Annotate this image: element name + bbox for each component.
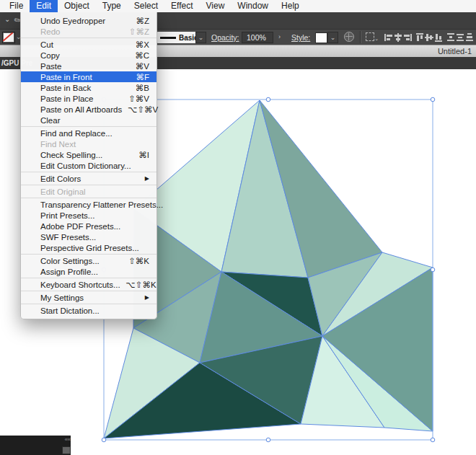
menu-item-adobe-pdf-presets[interactable]: Adobe PDF Presets... <box>21 221 157 231</box>
selection-handle[interactable] <box>431 97 435 102</box>
menu-separator <box>21 304 157 304</box>
align-v-center-icon[interactable] <box>425 33 433 42</box>
distribute-top-icon[interactable] <box>446 33 455 42</box>
menu-item-label: Perspective Grid Presets... <box>40 244 149 252</box>
menubar-item-window[interactable]: Window <box>231 0 275 12</box>
panel-grip[interactable] <box>62 446 71 454</box>
document-setup-globe-icon[interactable] <box>344 32 354 42</box>
menu-item-my-settings[interactable]: My Settings▶ <box>21 292 157 303</box>
brush-dropdown-chevron-icon[interactable]: ⌄ <box>195 32 206 43</box>
menu-item-perspective-grid-presets[interactable]: Perspective Grid Presets... <box>21 242 157 253</box>
menu-item-keyboard-shortcuts[interactable]: Keyboard Shortcuts...⌥⇧⌘K <box>21 279 157 290</box>
menu-item-paste[interactable]: Paste⌘V <box>21 61 157 71</box>
align-bottom-icon[interactable] <box>434 33 443 42</box>
distribute-v-center-icon[interactable] <box>456 33 464 42</box>
align-top-icon[interactable] <box>415 33 424 42</box>
menu-item-shortcut: ⌥⇧⌘V <box>128 105 158 115</box>
menu-item-label: Find and Replace... <box>40 129 149 138</box>
menu-item-label: Paste in Front <box>40 73 130 81</box>
menubar-item-select[interactable]: Select <box>128 0 164 12</box>
edit-menu-dropdown: Undo Eyedropper⌘ZRedo⇧⌘ZCut⌘XCopy⌘CPaste… <box>20 12 157 319</box>
selection-handle[interactable] <box>431 268 435 272</box>
menu-item-shortcut: ⌘C <box>135 50 149 61</box>
menu-item-print-presets[interactable]: Print Presets... <box>21 210 157 221</box>
menubar-item-view[interactable]: View <box>200 0 232 12</box>
document-title: Untitled-1 <box>438 47 472 56</box>
menu-bar: FileEditObjectTypeSelectEffectViewWindow… <box>0 0 476 12</box>
menu-item-label: Transparency Flattener Presets... <box>40 200 163 209</box>
style-chevron-icon[interactable]: ⌄ <box>327 32 338 43</box>
menu-item-swf-presets[interactable]: SWF Presets... <box>21 231 157 242</box>
menubar-item-type[interactable]: Type <box>96 0 128 12</box>
menu-item-redo: Redo⇧⌘Z <box>21 26 157 37</box>
menu-item-label: Copy <box>40 51 129 60</box>
align-right-icon[interactable] <box>403 33 412 42</box>
menu-item-transparency-flattener-presets[interactable]: Transparency Flattener Presets... <box>21 199 157 210</box>
opacity-field[interactable]: 100% <box>242 32 273 43</box>
align-left-icon[interactable] <box>384 33 393 42</box>
menu-separator <box>21 254 157 255</box>
menu-item-edit-custom-dictionary[interactable]: Edit Custom Dictionary... <box>21 160 157 171</box>
menubar-item-file[interactable]: File <box>3 0 30 12</box>
opacity-label[interactable]: Opacity: <box>211 33 239 42</box>
selection-handle[interactable] <box>266 438 270 442</box>
menu-item-shortcut: ⌘F <box>136 72 149 82</box>
menu-item-paste-in-back[interactable]: Paste in Back⌘B <box>21 82 157 93</box>
menu-item-label: Undo Eyedropper <box>40 17 130 25</box>
menu-item-paste-on-all-artboards[interactable]: Paste on All Artboards⌥⇧⌘V <box>21 104 157 115</box>
menu-item-find-and-replace[interactable]: Find and Replace... <box>21 128 157 138</box>
fill-none-swatch[interactable] <box>2 32 15 43</box>
menu-item-edit-colors[interactable]: Edit Colors▶ <box>21 173 157 184</box>
menu-item-shortcut: ⌘V <box>136 61 149 71</box>
stroke-preview <box>160 37 176 39</box>
menu-item-cut[interactable]: Cut⌘X <box>21 39 157 50</box>
menu-item-find-next: Find Next <box>21 138 157 149</box>
distribute-bottom-icon[interactable] <box>465 33 474 42</box>
menu-item-start-dictation[interactable]: Start Dictation... <box>21 305 157 316</box>
collapsed-panel-dock[interactable]: «« <box>0 436 71 455</box>
menubar-item-edit[interactable]: Edit <box>30 0 58 12</box>
menu-item-label: Start Dictation... <box>40 306 149 315</box>
opacity-stepper-icon[interactable]: › <box>278 33 281 40</box>
align-h-center-icon[interactable] <box>394 33 402 42</box>
menu-item-label: Keyboard Shortcuts... <box>40 280 120 289</box>
menubar-item-help[interactable]: Help <box>275 0 306 12</box>
menu-item-color-settings[interactable]: Color Settings...⇧⌘K <box>21 255 157 266</box>
select-similar-icon[interactable]: ⌄ <box>366 32 374 41</box>
menu-item-shortcut: ⇧⌘K <box>128 256 149 266</box>
collapse-panel-icon[interactable]: « <box>65 436 67 443</box>
style-swatch[interactable] <box>315 32 327 43</box>
style-label[interactable]: Style: <box>291 33 310 42</box>
menu-item-shortcut: ⌘Z <box>136 16 149 26</box>
menu-item-paste-in-front[interactable]: Paste in Front⌘F <box>21 71 157 82</box>
menu-item-assign-profile[interactable]: Assign Profile... <box>21 266 157 277</box>
menu-item-paste-in-place[interactable]: Paste in Place⇧⌘V <box>21 93 157 104</box>
menu-item-label: Assign Profile... <box>40 268 149 276</box>
menu-item-label: Cut <box>40 40 130 49</box>
menu-separator <box>21 198 157 198</box>
menu-separator <box>21 126 157 127</box>
menu-separator <box>21 37 157 38</box>
collapse-panel-icon: « <box>68 436 70 443</box>
menu-item-copy[interactable]: Copy⌘C <box>21 50 157 61</box>
menu-item-label: My Settings <box>40 293 139 302</box>
menu-separator <box>21 172 157 172</box>
selection-handle[interactable] <box>266 97 270 102</box>
chevron-down-icon[interactable]: ⌄ <box>4 15 10 23</box>
menubar-item-effect[interactable]: Effect <box>164 0 199 12</box>
menu-item-label: Edit Colors <box>40 175 139 183</box>
menu-separator <box>21 291 157 291</box>
menu-item-check-spelling[interactable]: Check Spelling...⌘I <box>21 149 157 160</box>
menu-item-shortcut: ⇧⌘V <box>128 94 149 104</box>
selection-handle[interactable] <box>102 438 106 442</box>
menu-item-label: Find Next <box>40 140 149 149</box>
selection-handle[interactable] <box>431 438 435 442</box>
toolbar-divider <box>360 31 361 43</box>
menu-item-label: Paste in Back <box>40 84 130 92</box>
menu-item-undo-eyedropper[interactable]: Undo Eyedropper⌘Z <box>21 15 157 26</box>
menu-item-shortcut: ⌘B <box>136 83 149 93</box>
menu-item-label: Edit Custom Dictionary... <box>40 162 149 170</box>
menubar-item-object[interactable]: Object <box>58 0 96 12</box>
chevron-down-icon: ⌄ <box>374 36 379 42</box>
menu-item-clear[interactable]: Clear <box>21 115 157 125</box>
